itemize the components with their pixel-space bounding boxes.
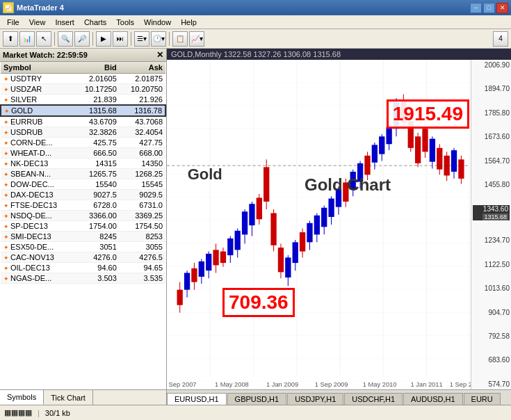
menu-window[interactable]: Window	[140, 17, 175, 27]
menu-help[interactable]: Help	[177, 17, 201, 27]
table-row[interactable]: ✦DAX-DEC13 9027.5 9029.5	[1, 190, 165, 200]
table-row[interactable]: ✦USDRUB 32.3826 32.4054	[1, 127, 165, 138]
market-watch-close[interactable]: ✕	[156, 50, 163, 60]
menu-tools[interactable]: Tools	[112, 17, 138, 27]
maximize-button[interactable]: □	[483, 3, 495, 13]
table-row[interactable]: ✦SBEAN-N... 1265.75 1268.25	[1, 169, 165, 179]
chart-tab-usdchf[interactable]: USDCHF,H1	[344, 393, 403, 405]
title-bar: 📈 MetaTrader 4 − □ ✕	[0, 0, 511, 15]
toolbar-btn-4[interactable]: ▶	[96, 31, 111, 47]
ask-cell: 21.926	[120, 95, 165, 106]
toolbar-sep-3	[131, 32, 131, 46]
toolbar-btn-5[interactable]: ⏭	[113, 31, 128, 47]
ask-cell: 2.01875	[120, 74, 165, 84]
table-row[interactable]: ✦WHEAT-D... 666.50 668.00	[1, 148, 165, 159]
window-title: MetaTrader 4	[17, 3, 470, 12]
svg-rect-33	[257, 197, 262, 219]
table-row[interactable]: ✦CAC-NOV13 4276.0 4276.5	[1, 252, 165, 263]
chart-tab-audusd[interactable]: AUDUSD,H1	[403, 393, 463, 405]
menu-insert[interactable]: Insert	[51, 17, 79, 27]
col-ask: Ask	[120, 62, 165, 74]
toolbar-btn-7[interactable]: 📈▾	[189, 31, 204, 47]
symbol-icon: ✦	[3, 244, 9, 251]
svg-rect-27	[235, 231, 241, 250]
symbol-cell: ✦CORN-DE...	[1, 138, 74, 148]
symbol-cell: ✦USDTRY	[1, 74, 74, 84]
ask-cell: 43.7068	[120, 116, 165, 127]
chart-tab-eurusd[interactable]: EURUSD,H1	[167, 393, 227, 405]
toolbar-btn-right[interactable]: 4	[493, 31, 508, 47]
toolbar-clock[interactable]: 🕐▾	[151, 31, 166, 47]
price-1455: 1455.80	[473, 181, 510, 188]
chart-header-text: GOLD,Monthly 1322.58 1327.26 1306.08 131…	[171, 50, 341, 58]
svg-rect-45	[300, 232, 305, 252]
price-574: 574.70	[473, 380, 510, 388]
symbol-icon: ✦	[3, 275, 9, 282]
chart-tab-gbpusd[interactable]: GBPUSD,H1	[227, 393, 287, 405]
bid-cell: 21.839	[74, 95, 120, 106]
svg-rect-17	[199, 261, 204, 277]
table-row[interactable]: ✦OIL-DEC13 94.60 94.65	[1, 263, 165, 273]
symbol-icon: ✦	[4, 108, 10, 115]
ask-cell: 427.75	[120, 138, 165, 148]
table-row[interactable]: ✦EURRUB 43.6709 43.7068	[1, 116, 165, 127]
toolbar-btn-3[interactable]: ↖	[36, 31, 51, 47]
table-row[interactable]: ✦NK-DEC13 14315 14350	[1, 159, 165, 169]
market-table: Symbol Bid Ask ✦USDTRY 2.01605 2.01875 ✦…	[0, 62, 166, 284]
bid-cell: 425.75	[74, 138, 120, 148]
table-row[interactable]: ✦SMI-DEC13 8245 8253	[1, 232, 165, 242]
minimize-button[interactable]: −	[470, 3, 482, 13]
toolbar-dropdown[interactable]: ☰▾	[134, 31, 149, 47]
svg-rect-47	[307, 223, 312, 243]
chart-area: GOLD,Monthly 1322.58 1327.26 1306.08 131…	[167, 49, 511, 405]
table-row[interactable]: ✦NSDQ-DE... 3366.00 3369.25	[1, 211, 165, 221]
ask-cell: 32.4054	[120, 127, 165, 138]
toolbar-sep-1	[54, 32, 55, 46]
symbol-cell: ✦WHEAT-D...	[1, 148, 74, 159]
symbol-cell: ✦SILVER	[1, 95, 74, 106]
col-bid: Bid	[74, 62, 120, 74]
menu-charts[interactable]: Charts	[80, 17, 111, 27]
table-row[interactable]: ✦FTSE-DEC13 6728.0 6731.0	[1, 200, 165, 211]
chart-tab-usdjpy[interactable]: USDJPY,H1	[287, 393, 343, 405]
chart-canvas[interactable]: 1 Sep 2007 1 May 2008 1 Jan 2009 1 Sep 2…	[167, 60, 511, 389]
bid-cell: 1265.75	[74, 169, 120, 179]
status-sep: |	[38, 409, 40, 417]
tab-symbols[interactable]: Symbols	[0, 390, 44, 405]
table-row[interactable]: ✦NGAS-DE... 3.503 3.535	[1, 273, 165, 284]
status-icons: ▦▦▦▦	[4, 408, 32, 417]
table-row[interactable]: ✦SP-DEC13 1754.00 1754.50	[1, 221, 165, 232]
toolbar-btn-2[interactable]: 📊	[19, 31, 35, 47]
symbol-cell: ✦GOLD	[1, 105, 74, 116]
menu-view[interactable]: View	[25, 17, 50, 27]
symbol-cell: ✦DAX-DEC13	[1, 190, 74, 200]
symbol-icon: ✦	[3, 140, 9, 147]
toolbar-zoom-out[interactable]: 🔎	[74, 31, 90, 47]
svg-rect-69	[386, 127, 391, 144]
table-row[interactable]: ✦CORN-DE... 425.75 427.75	[1, 138, 165, 148]
tab-tick-chart[interactable]: Tick Chart	[44, 390, 93, 405]
svg-rect-77	[415, 136, 421, 163]
svg-rect-49	[314, 216, 320, 235]
table-row[interactable]: ✦DOW-DEC... 15540 15545	[1, 179, 165, 190]
ask-cell: 9029.5	[120, 190, 165, 200]
table-row[interactable]: ✦ESX50-DE... 3051 3055	[1, 242, 165, 252]
menu-file[interactable]: File	[3, 17, 24, 27]
svg-text:1 May 2008: 1 May 2008	[215, 380, 249, 387]
chart-tab-euru[interactable]: EURU	[464, 393, 501, 405]
symbol-cell: ✦EURRUB	[1, 116, 74, 127]
svg-rect-37	[270, 213, 276, 245]
table-row[interactable]: ✦USDZAR 10.17250 10.20750	[1, 84, 165, 95]
toolbar-btn-1[interactable]: ⬆	[3, 31, 18, 47]
bid-cell: 3.503	[74, 273, 120, 284]
toolbar-btn-6[interactable]: 📋	[172, 31, 188, 47]
svg-rect-11	[177, 290, 183, 305]
table-row[interactable]: ✦SILVER 21.839 21.926	[1, 95, 165, 106]
table-row[interactable]: ✦GOLD 1315.68 1316.78	[1, 105, 165, 116]
close-button[interactable]: ✕	[496, 3, 508, 13]
status-speed: 30/1 kb	[45, 409, 70, 417]
svg-rect-65	[372, 145, 378, 162]
table-row[interactable]: ✦USDTRY 2.01605 2.01875	[1, 74, 165, 84]
toolbar-zoom-in[interactable]: 🔍	[58, 31, 73, 47]
svg-rect-51	[321, 208, 327, 227]
